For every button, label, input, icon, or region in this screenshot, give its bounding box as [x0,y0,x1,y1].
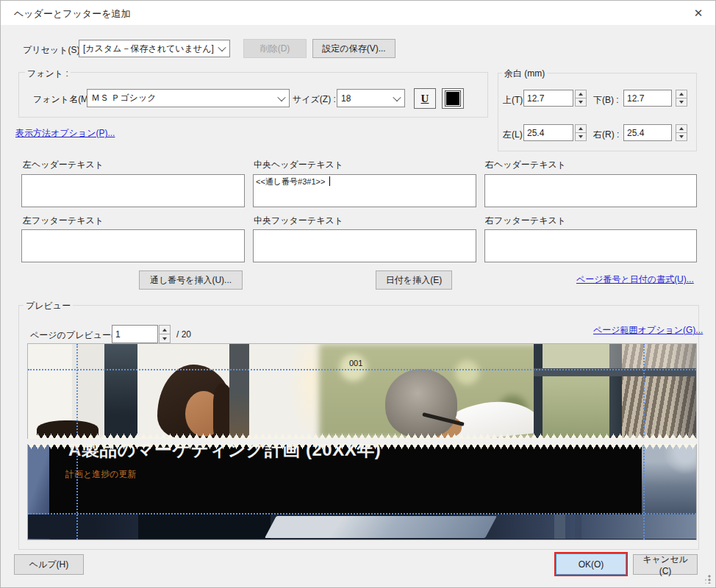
left-margin-guide [76,344,78,439]
preset-combobox[interactable]: [カスタム－保存されていません] [79,40,230,57]
font-group-label: フォント : [25,68,71,80]
add-header-footer-dialog: ヘッダーとフッターを追加 ✕ プリセット(S) : [カスタム－保存されていませ… [0,0,716,588]
footer-center-textarea[interactable] [253,229,476,262]
font-name-value: ＭＳ Ｐゴシック [91,92,156,104]
title-bar: ヘッダーとフッターを追加 ✕ [1,1,715,25]
spinner-down-icon[interactable] [575,133,587,141]
insert-date-button[interactable]: 日付を挿入(E) [376,270,452,290]
page-range-options-link[interactable]: ページ範囲オプション(G)... [593,324,703,337]
close-icon[interactable]: ✕ [689,5,708,21]
header-right-textarea[interactable] [484,174,697,207]
spinner-down-icon[interactable] [575,98,587,107]
margin-top-stepper [575,90,587,107]
help-button[interactable]: ヘルプ(H) [14,554,84,575]
page-preview-input[interactable] [112,325,158,343]
margin-left-label: 左(L) [503,129,523,141]
footer-left-textarea[interactable] [21,229,245,262]
preview-page-top-image: 001 [27,343,697,439]
page-preview-label: ページのプレビュー(E) [30,329,123,342]
margin-bottom-label: 下(B) : [593,94,619,107]
photo-window-top-light [543,344,696,368]
preview-slide-title-block: A製品のマーケティング計画 (20XX年) 計画と進捗の更新 [49,444,642,514]
spinner-up-icon[interactable] [575,90,587,98]
photo-window-mullion-1 [534,344,543,439]
spinner-up-icon[interactable] [575,124,587,133]
spinner-up-icon[interactable] [159,325,171,334]
photo-chair-pole-2 [575,514,581,539]
margin-right-input[interactable] [623,124,672,141]
header-margin-guide [28,369,696,370]
footer-center-label: 中央フッターテキスト [254,215,343,227]
header-center-textarea[interactable]: <<通し番号#3#1>> [253,174,476,207]
spinner-up-icon[interactable] [676,124,687,133]
left-margin-guide [76,444,78,539]
margin-top-label: 上(T) [503,94,523,107]
spinner-up-icon[interactable] [676,90,687,98]
right-margin-guide [643,444,645,539]
dialog-title: ヘッダーとフッターを追加 [14,7,130,21]
torn-edge [28,434,696,439]
dropdown-arrow-icon[interactable] [274,90,289,107]
font-size-combobox[interactable]: 18 [337,89,405,107]
underline-icon: U [421,93,429,105]
photo-man-hair [385,369,457,438]
header-left-textarea[interactable] [21,174,245,207]
footer-left-label: 左フッターテキスト [23,215,104,227]
dropdown-arrow-icon[interactable] [390,90,404,107]
spinner-down-icon[interactable] [159,334,171,343]
torn-edge [28,444,696,449]
font-color-button[interactable] [442,88,464,109]
preview-page-bottom-image: A製品のマーケティング計画 (20XX年) 計画と進捗の更新 [27,444,697,540]
insert-page-number-button[interactable]: 通し番号を挿入(U)... [139,270,243,290]
footer-right-label: 右フッターテキスト [485,215,566,227]
margin-right-label: 右(R) : [593,129,619,141]
spinner-down-icon[interactable] [676,98,687,107]
photo-open-book [265,516,497,538]
right-margin-guide [643,344,645,439]
photo-window-frame-left [104,344,137,439]
font-size-label: サイズ(Z) : [293,93,336,106]
page-preview-stepper [159,325,171,343]
cancel-button[interactable]: キャンセル(C) [633,554,698,575]
header-left-label: 左ヘッダーテキスト [23,159,104,171]
color-swatch-icon [445,91,460,106]
preset-label: プリセット(S) : [23,44,85,57]
photo-chair-pole-1 [554,514,565,539]
delete-preset-button[interactable]: 削除(D) [243,39,307,58]
margin-left-stepper [575,124,587,141]
font-size-value: 18 [341,93,351,104]
font-name-combobox[interactable]: ＭＳ Ｐゴシック [87,89,290,107]
margin-bottom-stepper [676,90,687,107]
margin-right-stepper [676,124,687,141]
header-right-label: 右ヘッダーテキスト [485,159,566,171]
footer-right-textarea[interactable] [484,229,697,262]
preview-group-label: プレビュー [24,300,73,312]
margin-bottom-input[interactable] [623,90,672,107]
text-caret [329,176,330,186]
spinner-down-icon[interactable] [676,133,687,141]
preview-header-page-number: 001 [349,359,362,368]
underline-button[interactable]: U [414,88,436,109]
preset-value: [カスタム－保存されていません] [83,43,214,55]
save-settings-button[interactable]: 設定の保存(V)... [312,39,395,58]
appearance-options-link[interactable]: 表示方法オプション(P)... [15,127,115,140]
photo-right-window [642,444,696,514]
number-date-format-link[interactable]: ページ番号と日付の書式(U)... [576,273,694,286]
photo-laptop-silhouette [138,514,271,539]
photo-window-frame-mid [229,344,249,439]
page-total-label: / 20 [176,329,191,340]
footer-margin-guide [28,513,696,514]
margin-top-input[interactable] [523,90,573,107]
resize-grip-icon[interactable] [702,575,711,584]
dropdown-arrow-icon[interactable] [215,40,229,57]
header-center-label: 中央ヘッダーテキスト [254,159,343,171]
ok-button[interactable]: OK(O) [556,553,626,575]
margin-left-input[interactable] [523,124,573,141]
margins-group-label: 余白 (mm) [502,68,547,80]
